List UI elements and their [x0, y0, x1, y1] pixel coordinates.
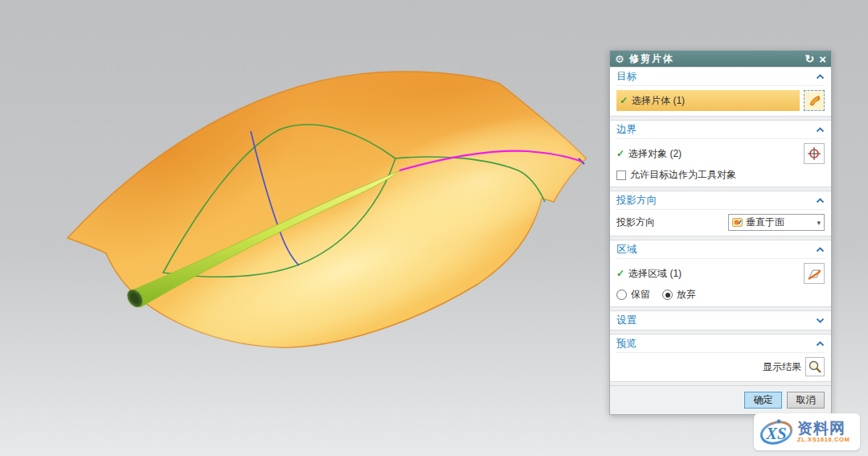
- select-region-button[interactable]: [804, 263, 825, 284]
- select-object-label[interactable]: 选择对象 (2): [628, 147, 800, 161]
- sheet-body-filter-button[interactable]: [804, 90, 825, 111]
- gear-icon: ⚙: [615, 54, 624, 64]
- group-settings-label: 设置: [616, 314, 637, 327]
- group-boundary-header[interactable]: 边界: [616, 121, 825, 139]
- snap-point-button[interactable]: [804, 143, 825, 164]
- target-select-row: ✓ 选择片体 (1): [616, 90, 825, 111]
- check-icon: ✓: [616, 268, 624, 279]
- group-settings: 设置: [610, 310, 831, 331]
- radio-discard[interactable]: [662, 290, 673, 300]
- projection-direction-value: 垂直于面: [746, 216, 784, 229]
- crosshair-icon: [807, 146, 821, 161]
- chevron-up-icon[interactable]: [816, 74, 825, 80]
- group-region: 区域 ✓ 选择区域 (1) 保留: [610, 240, 831, 307]
- watermark-site-url: ZL.XS1616.COM: [797, 437, 850, 443]
- radio-discard-label[interactable]: 放弃: [677, 288, 696, 302]
- dialog-titlebar[interactable]: ⚙ 修剪片体 ↻ ×: [610, 51, 831, 67]
- group-projection: 投影方向 投影方向 垂直于面 ▾: [610, 191, 831, 236]
- allow-target-edge-row[interactable]: 允许目标边作为工具对象: [616, 168, 825, 182]
- check-icon: ✓: [616, 148, 624, 159]
- dialog-footer: 确定 取消: [610, 385, 831, 414]
- chevron-down-icon[interactable]: ▾: [817, 219, 821, 227]
- group-target: 目标 ✓ 选择片体 (1): [610, 67, 831, 117]
- sheet-body-icon: [807, 93, 821, 108]
- watermark: XS 资料网 ZL.XS1616.COM: [754, 413, 860, 450]
- region-select-row: ✓ 选择区域 (1): [616, 263, 825, 284]
- region-radio-row: 保留 放弃: [616, 288, 825, 302]
- select-sheet-label: 选择片体 (1): [632, 94, 685, 108]
- show-result-label: 显示结果: [763, 360, 801, 374]
- group-preview: 预览 显示结果: [610, 334, 831, 382]
- group-target-label: 目标: [616, 70, 637, 84]
- radio-keep-label[interactable]: 保留: [631, 288, 650, 302]
- group-settings-header[interactable]: 设置: [616, 312, 825, 329]
- chevron-up-icon[interactable]: [816, 341, 825, 347]
- region-icon: [807, 266, 822, 281]
- group-target-header[interactable]: 目标: [616, 68, 825, 86]
- chevron-up-icon[interactable]: [816, 198, 825, 203]
- group-boundary-label: 边界: [616, 123, 637, 137]
- application-window: ⚙ 修剪片体 ↻ × 目标 ✓ 选择片体 (1): [0, 0, 868, 456]
- projection-direction-row: 投影方向 垂直于面 ▾: [616, 214, 825, 231]
- checkbox-unchecked[interactable]: [616, 170, 626, 180]
- projection-direction-label: 投影方向: [616, 216, 724, 229]
- magnifier-icon: [808, 359, 822, 374]
- check-icon: ✓: [620, 95, 628, 106]
- dialog-title: 修剪片体: [629, 52, 800, 66]
- group-region-header[interactable]: 区域: [616, 241, 825, 259]
- trim-sheet-dialog: ⚙ 修剪片体 ↻ × 目标 ✓ 选择片体 (1): [609, 50, 832, 415]
- close-icon[interactable]: ×: [819, 53, 826, 65]
- watermark-logo-text: XS: [765, 424, 787, 443]
- group-preview-label: 预览: [616, 337, 637, 351]
- group-projection-label: 投影方向: [616, 194, 657, 207]
- allow-target-edge-label: 允许目标边作为工具对象: [630, 168, 736, 182]
- watermark-logo: XS: [758, 416, 795, 448]
- show-result-button[interactable]: [805, 357, 825, 376]
- cancel-button[interactable]: 取消: [787, 392, 825, 409]
- chevron-up-icon[interactable]: [816, 127, 825, 133]
- projection-direction-select[interactable]: 垂直于面 ▾: [728, 214, 825, 231]
- watermark-site-name: 资料网: [797, 421, 850, 437]
- watermark-text: 资料网 ZL.XS1616.COM: [797, 421, 850, 443]
- boundary-select-row: ✓ 选择对象 (2): [616, 143, 825, 164]
- group-region-label: 区域: [616, 243, 637, 257]
- select-region-label[interactable]: 选择区域 (1): [628, 267, 800, 281]
- chevron-up-icon[interactable]: [816, 247, 825, 253]
- normal-to-face-icon: [732, 217, 743, 228]
- group-projection-header[interactable]: 投影方向: [616, 192, 825, 210]
- chevron-down-icon[interactable]: [816, 318, 825, 323]
- group-boundary: 边界 ✓ 选择对象 (2) 允许目标边作为工具对象: [610, 120, 831, 187]
- group-preview-header[interactable]: 预览: [616, 335, 825, 353]
- show-result-row: 显示结果: [616, 357, 825, 376]
- reset-icon[interactable]: ↻: [805, 53, 815, 64]
- ok-button[interactable]: 确定: [744, 392, 782, 409]
- radio-keep[interactable]: [616, 290, 627, 300]
- select-sheet-row[interactable]: ✓ 选择片体 (1): [616, 90, 800, 111]
